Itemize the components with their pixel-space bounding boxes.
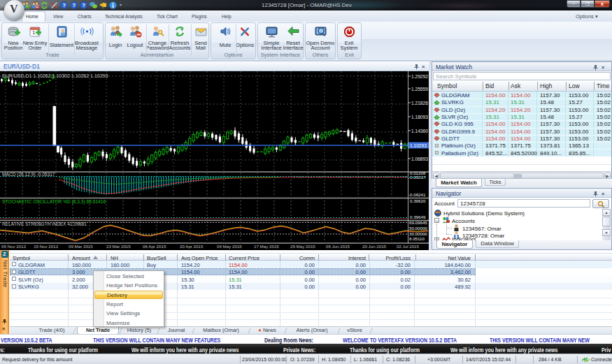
svg-text:EUR/USD,D1 1.10262 1.10302: EUR/USD,D1 1.10262 1.10302 1.10262 1.102… xyxy=(2,73,108,78)
svg-text:20 Jun 2015: 20 Jun 2015 xyxy=(362,244,387,249)
svg-text:-0.05317: -0.05317 xyxy=(408,175,426,180)
svg-text:69.09645: 69.09645 xyxy=(409,220,427,225)
svg-text:15 Nov 2012: 15 Nov 2012 xyxy=(34,244,59,249)
svg-text:1.14360: 1.14360 xyxy=(411,129,428,133)
svg-text:8.05110: 8.05110 xyxy=(409,236,425,241)
svg-text:1.29292: 1.29292 xyxy=(411,74,428,79)
svg-text:0.39649: 0.39649 xyxy=(410,214,426,219)
svg-text:MACD (26,12,9) -0.05317: MACD (26,12,9) -0.05317 xyxy=(2,172,55,177)
svg-text:1.21826: 1.21826 xyxy=(411,101,428,105)
svg-text:50.00000: 50.00000 xyxy=(409,226,427,231)
svg-text:-0.06241: -0.06241 xyxy=(408,192,426,197)
svg-text:29 May 2015: 29 May 2015 xyxy=(290,244,315,249)
svg-text:20 Apr 2015: 20 Apr 2015 xyxy=(180,244,204,249)
svg-text:1.25559: 1.25559 xyxy=(411,87,428,92)
svg-text:30.00000: 30.00000 xyxy=(409,231,427,236)
svg-text:1: 1 xyxy=(32,29,36,36)
svg-text:1.18093: 1.18093 xyxy=(411,115,428,119)
svg-text:09 Jun 2015: 09 Jun 2015 xyxy=(326,244,350,249)
svg-text:1.10293: 1.10293 xyxy=(410,143,427,148)
svg-text:RELATIVE STRENGTH INDEX 42.09: RELATIVE STRENGTH INDEX 42.09681 xyxy=(2,221,87,226)
svg-text:STOCHASTIC OSCILLATOR %D (8,3,: STOCHASTIC OSCILLATOR %D (8,3,3) 65.6141… xyxy=(2,199,106,205)
svg-text:05 Nov 2012: 05 Nov 2012 xyxy=(1,244,27,249)
svg-text:0.39620: 0.39620 xyxy=(410,198,426,203)
svg-text:09 Mar 2015: 09 Mar 2015 xyxy=(69,244,93,249)
svg-text:02 Jul 2015: 02 Jul 2015 xyxy=(397,244,420,249)
svg-text:1.06893: 1.06893 xyxy=(411,156,428,161)
svg-text:06 Apr 2015: 06 Apr 2015 xyxy=(143,244,166,249)
svg-text:23 Mar 2015: 23 Mar 2015 xyxy=(106,244,131,249)
svg-text:04 May 2015: 04 May 2015 xyxy=(217,244,242,249)
svg-text:17 May 2015: 17 May 2015 xyxy=(254,244,279,249)
